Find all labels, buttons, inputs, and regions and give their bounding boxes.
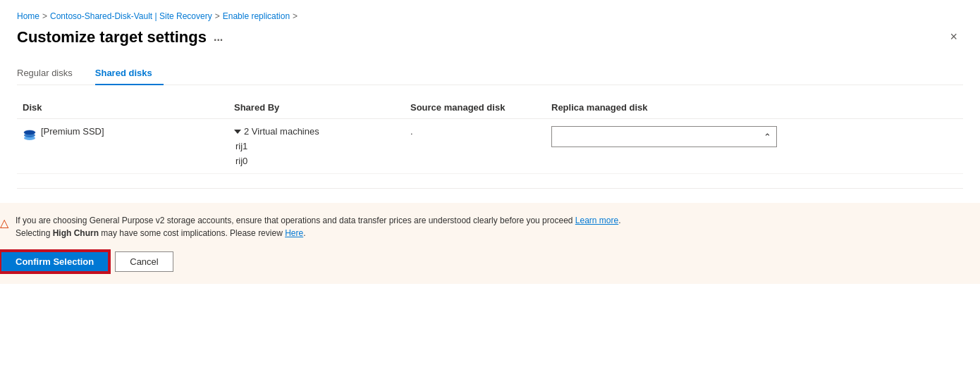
vm-item-rij1: rij1 — [234, 141, 399, 151]
triangle-down-icon — [234, 130, 241, 134]
tabs-row: Regular disks Shared disks — [17, 61, 963, 85]
learn-more-link[interactable]: Learn more — [575, 216, 618, 225]
col-replica-managed-disk: Replica managed disk — [546, 102, 963, 113]
replica-disk-dropdown[interactable] — [551, 126, 777, 147]
table-header: Disk Shared By Source managed disk Repli… — [17, 96, 963, 119]
shared-by-cell: 2 Virtual machines rij1 rij0 — [228, 123, 405, 169]
page-title-row: Customize target settings ... × — [17, 27, 963, 47]
breadcrumb-enable-replication[interactable]: Enable replication — [223, 11, 290, 21]
page-title-ellipsis[interactable]: ... — [214, 31, 223, 44]
disk-cell: [Premium SSD] — [17, 123, 228, 144]
warning-end: . — [303, 228, 305, 238]
col-shared-by: Shared By — [228, 102, 405, 113]
warning-text-before-bold: Selecting — [16, 228, 53, 238]
buttons-row: Confirm Selection Cancel — [0, 251, 980, 273]
vm-count-text: 2 Virtual machines — [244, 126, 319, 137]
disk-icon — [23, 127, 37, 142]
warning-text-before-link1: If you are choosing General Purpose v2 s… — [16, 216, 575, 225]
warning-icon: △ — [0, 215, 8, 232]
breadcrumb: Home > Contoso-Shared-Disk-Vault | Site … — [17, 11, 963, 21]
vm-count: 2 Virtual machines — [234, 126, 399, 137]
high-churn-text: High Churn — [53, 228, 99, 238]
warning-after-bold: may have some cost implications. Please … — [99, 228, 285, 238]
disk-name: [Premium SSD] — [41, 126, 104, 137]
cancel-button[interactable]: Cancel — [115, 251, 173, 272]
replica-disk-dropdown-wrapper: ⌃ — [551, 126, 777, 147]
bottom-section: △ If you are choosing General Purpose v2… — [0, 203, 980, 284]
breadcrumb-vault[interactable]: Contoso-Shared-Disk-Vault | Site Recover… — [50, 11, 212, 21]
warning-text: If you are choosing General Purpose v2 s… — [16, 214, 621, 239]
col-disk: Disk — [17, 102, 228, 113]
tab-shared-disks[interactable]: Shared disks — [95, 62, 164, 85]
source-managed-disk-cell: . — [405, 123, 546, 139]
warning-period: . — [618, 216, 620, 225]
tab-regular-disks[interactable]: Regular disks — [17, 62, 84, 85]
replica-disk-cell: ⌃ — [546, 123, 963, 150]
table-row: [Premium SSD] 2 Virtual machines rij1 ri… — [17, 119, 963, 174]
col-source-managed-disk: Source managed disk — [405, 102, 546, 113]
page-title: Customize target settings ... — [17, 28, 223, 46]
warning-content: △ If you are choosing General Purpose v2… — [0, 214, 980, 239]
breadcrumb-home[interactable]: Home — [17, 11, 39, 21]
confirm-selection-button[interactable]: Confirm Selection — [0, 251, 109, 273]
section-divider — [17, 188, 963, 189]
close-button[interactable]: × — [944, 27, 963, 47]
here-link[interactable]: Here — [285, 228, 303, 238]
table-section: Disk Shared By Source managed disk Repli… — [17, 96, 963, 174]
vm-item-rij0: rij0 — [234, 156, 399, 166]
